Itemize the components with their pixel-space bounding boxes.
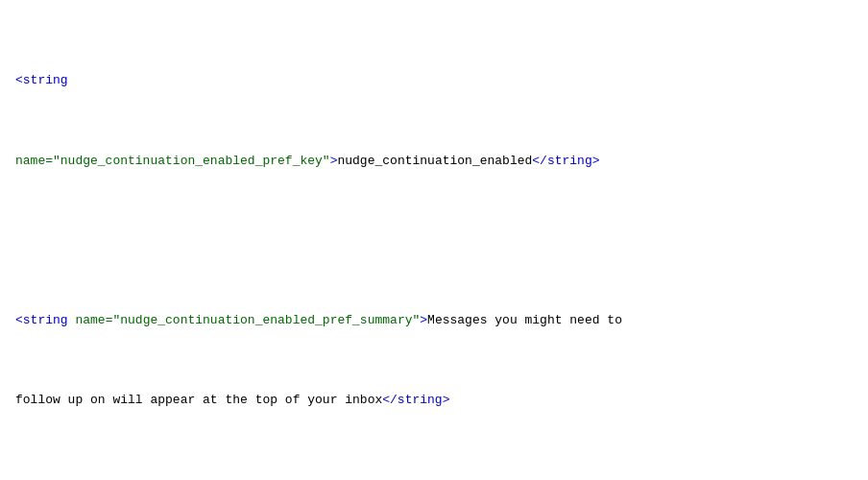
tag-open-4: <string — [15, 313, 75, 327]
code-line-1: <string — [15, 71, 853, 91]
text-5: follow up on will appear at the top of y… — [15, 393, 382, 407]
attr-2: name="nudge_continuation_enabled_pref_ke… — [15, 154, 330, 168]
tag-close-4: > — [420, 313, 427, 327]
tag-end-5: </string> — [382, 393, 449, 407]
attr-4: name="nudge_continuation_enabled_pref_su… — [75, 313, 420, 327]
tag-end-2: </string> — [532, 154, 599, 168]
code-line-5: follow up on will appear at the top of y… — [15, 391, 853, 411]
empty-line-3 — [15, 231, 853, 252]
empty-line-6 — [15, 470, 853, 480]
code-line-4: <string name="nudge_continuation_enabled… — [15, 311, 853, 331]
code-line-2: name="nudge_continuation_enabled_pref_ke… — [15, 152, 853, 172]
code-content: <string name="nudge_continuation_enabled… — [15, 12, 853, 480]
tag-open-1: <string — [15, 73, 68, 87]
text-4: Messages you might need to — [427, 313, 622, 327]
text-2: nudge_continuation_enabled — [337, 154, 532, 168]
